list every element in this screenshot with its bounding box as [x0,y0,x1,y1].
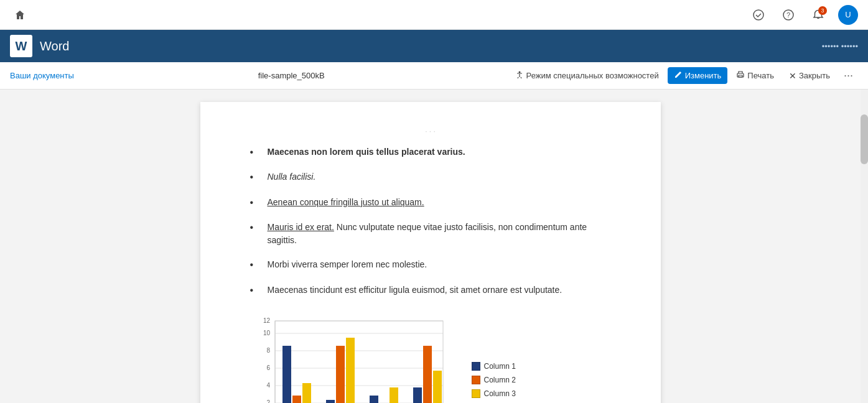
chart-wrap: 0 2 4 6 8 10 12 [250,315,611,403]
help-button[interactable]: ? [778,5,798,25]
bar-r1-c3 [302,383,311,403]
print-button[interactable]: Печать [730,67,780,84]
more-options-button[interactable]: ··· [839,67,858,85]
list-item: • Maecenas tincidunt est efficitur ligul… [250,284,611,297]
help-icon: ? [783,9,794,21]
legend-label-col2: Column 2 [484,376,516,384]
bar-chart: 0 2 4 6 8 10 12 [250,315,462,403]
top-nav-left [10,5,30,25]
svg-text:4: 4 [266,382,270,389]
list-item-text: Maecenas tincidunt est efficitur ligula … [268,284,562,297]
bullet-list: • Maecenas non lorem quis tellus placera… [250,146,611,297]
list-item: • Maecenas non lorem quis tellus placera… [250,146,611,159]
bullet-dot: • [250,170,263,184]
document-toolbar: Ваши документы file-sample_500kB Режим с… [0,62,868,90]
close-label: Закрыть [799,71,830,80]
bar-r3-c3 [390,387,398,403]
svg-text:?: ? [786,11,790,19]
legend-item-col3: Column 3 [472,389,516,398]
bar-r1-c1 [282,346,291,403]
chart-container: 0 2 4 6 8 10 12 [250,308,611,403]
bar-r4-c2 [423,346,432,403]
user-avatar[interactable]: U [838,5,858,25]
toolbar-actions: Режим специальных возможностей Изменить … [509,67,858,85]
bar-r2-c3 [346,338,355,403]
bullet-dot: • [250,284,263,297]
notifications-button[interactable]: 3 [808,5,828,25]
document-container[interactable]: · · · • Maecenas non lorem quis tellus p… [0,90,861,403]
user-name: •••••• •••••• [822,42,858,51]
bullet-dot: • [250,258,263,272]
svg-rect-5 [739,75,742,77]
accessibility-icon [515,70,524,81]
bar-r3-c1 [370,396,378,403]
close-button[interactable]: ✕ Закрыть [783,68,836,84]
app-bar-left: W Word [10,35,69,57]
legend-label-col3: Column 3 [484,389,516,398]
bullet-dot: • [250,221,263,234]
svg-text:12: 12 [263,317,270,324]
bar-r2-c1 [326,400,335,403]
scrollbar-thumb[interactable] [861,114,868,164]
list-item-text: Nulla facilisi. [268,170,316,183]
svg-text:10: 10 [263,330,270,336]
list-item-text: Maecenas non lorem quis tellus placerat … [268,146,465,159]
list-item-text: Aenean conque fringilla justo ut aliquam… [268,196,424,209]
notification-badge: 3 [818,6,827,15]
main-area: · · · • Maecenas non lorem quis tellus p… [0,90,868,403]
home-icon [14,9,26,21]
bar-r4-c1 [413,387,422,403]
bar-r4-c3 [433,371,442,403]
list-item: • Morbi viverra semper lorem nec molesti… [250,258,611,272]
chart-area: 0 2 4 6 8 10 12 [250,315,462,403]
bullet-dot: • [250,146,263,159]
check-circle-icon [753,9,764,21]
list-item: • Nulla facilisi. [250,170,611,184]
print-label: Печать [747,71,774,80]
edit-label: Изменить [685,71,722,80]
app-title: Word [40,39,69,53]
legend-item-col2: Column 2 [472,376,516,384]
close-icon: ✕ [789,71,796,81]
svg-text:2: 2 [266,399,270,403]
list-item-prefix: Mauris id ex erat. [268,222,334,232]
scrollbar-track[interactable] [861,90,868,403]
bar-r2-c2 [336,346,345,403]
list-item-text: Mauris id ex erat. Nunc vulputate neque … [268,221,611,247]
accessibility-label: Режим специальных возможностей [526,71,659,80]
word-app-bar: W Word •••••• •••••• [0,30,868,62]
list-item: • Aenean conque fringilla justo ut aliqu… [250,196,611,210]
home-button[interactable] [10,5,30,25]
document-page: · · · • Maecenas non lorem quis tellus p… [200,102,661,403]
legend-color-col1 [472,362,480,371]
legend-item-col1: Column 1 [472,362,516,371]
accessibility-mode-button[interactable]: Режим специальных возможностей [509,67,665,84]
chart-legend: Column 1 Column 2 Column 3 [472,362,516,398]
document-filename: file-sample_500kB [84,71,499,80]
list-item-text: Morbi viverra semper lorem nec molestie. [268,258,427,271]
page-continuation: · · · [250,127,611,136]
bullet-dot: • [250,196,263,210]
svg-text:8: 8 [266,347,270,354]
top-nav-right: ? 3 U [749,5,858,25]
check-circle-button[interactable] [749,5,768,25]
svg-point-0 [754,10,763,20]
legend-label-col1: Column 1 [484,362,516,371]
bar-r1-c2 [292,396,301,403]
top-navigation: ? 3 U [0,0,868,30]
svg-text:6: 6 [266,364,270,371]
list-item: • Mauris id ex erat. Nunc vulputate nequ… [250,221,611,247]
svg-point-3 [518,72,520,73]
your-documents-link[interactable]: Ваши документы [10,71,74,80]
edit-button[interactable]: Изменить [668,67,728,84]
print-icon [736,70,745,81]
legend-color-col2 [472,376,480,384]
word-app-icon: W [10,35,32,57]
app-bar-right: •••••• •••••• [822,42,858,51]
edit-icon [674,70,683,81]
legend-color-col3 [472,389,480,398]
